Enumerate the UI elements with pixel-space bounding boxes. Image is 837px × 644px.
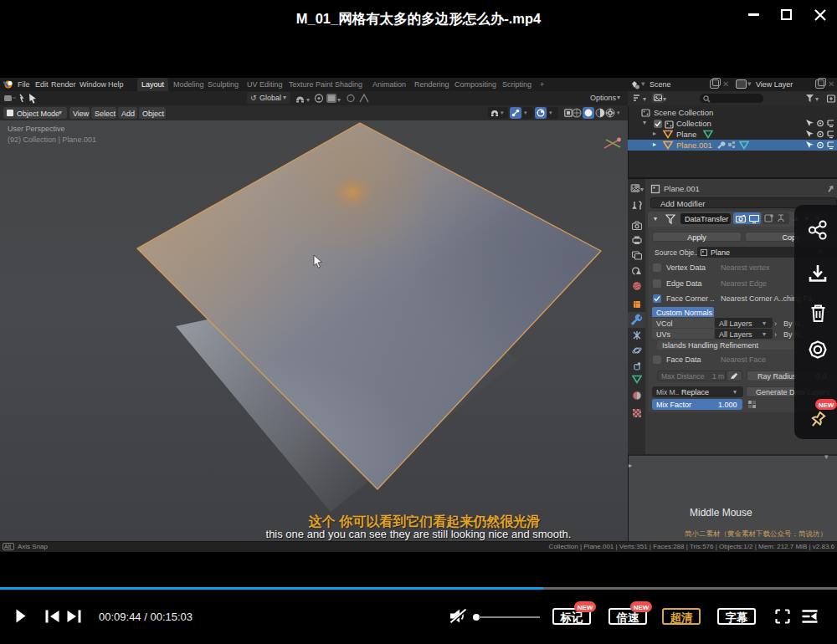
svg-text:▾: ▾	[663, 95, 666, 102]
svg-text:▾: ▾	[815, 95, 819, 103]
svg-text:▾: ▾	[643, 95, 646, 103]
svg-text:▾: ▾	[640, 186, 644, 193]
